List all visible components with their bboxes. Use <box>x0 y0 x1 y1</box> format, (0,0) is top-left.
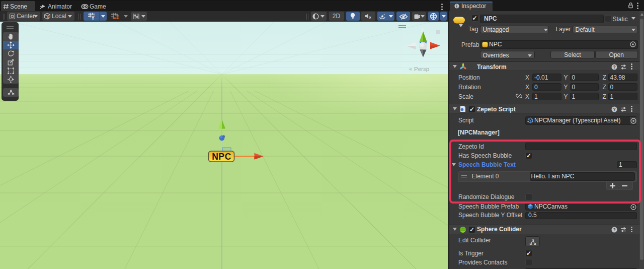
svg-text:?: ? <box>613 107 615 112</box>
svg-text:?: ? <box>613 227 615 232</box>
svg-text:?: ? <box>613 64 615 70</box>
svg-text:Y: Y <box>91 15 95 20</box>
svg-text:Persp: Persp <box>414 66 429 72</box>
svg-text:NPC: NPC <box>212 152 231 162</box>
svg-text:y: y <box>421 26 424 32</box>
